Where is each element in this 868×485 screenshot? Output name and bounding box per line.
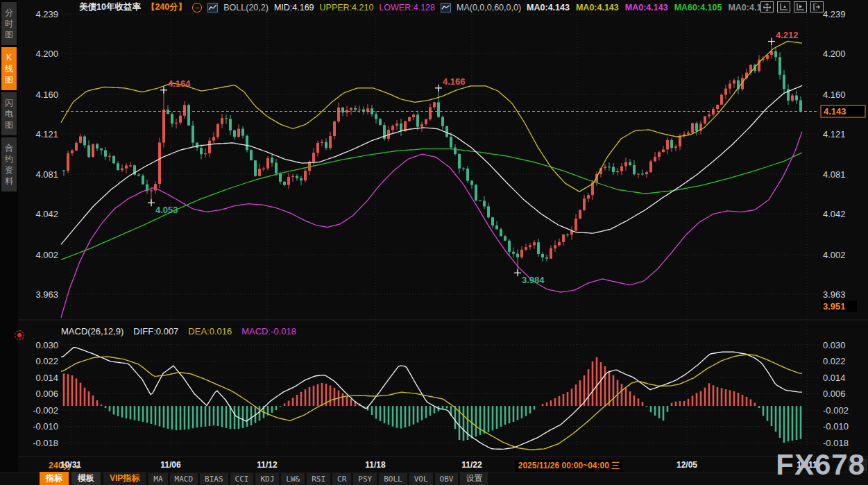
toolbar-tab-3[interactable]: VIP指标 xyxy=(103,472,146,485)
svg-text:4.121: 4.121 xyxy=(823,129,846,139)
svg-text:4.042: 4.042 xyxy=(823,209,846,219)
toolbar: 指标模板VIP指标 MAMACDBIASCCIKDJLW&RSICRPSYBOL… xyxy=(0,472,868,485)
x-tick: 11/06 xyxy=(160,460,180,470)
svg-text:4.042: 4.042 xyxy=(35,209,58,219)
svg-text:4.164: 4.164 xyxy=(168,78,191,89)
svg-text:4.166: 4.166 xyxy=(443,76,466,87)
axis-labels-layer: 4.2394.2394.2004.2004.1604.1604.1214.121… xyxy=(33,9,865,448)
indicator-btn-MACD[interactable]: MACD xyxy=(170,473,198,485)
zoom-out-icon[interactable]: − xyxy=(192,3,202,12)
svg-text:4.200: 4.200 xyxy=(823,49,846,59)
ma-value-1: MA0:4.143 xyxy=(527,3,570,12)
boll-upper-value: UPPER:4.210 xyxy=(320,3,374,12)
watermark: FX678 xyxy=(776,450,865,479)
indicator-btn-OBV[interactable]: OBV xyxy=(435,473,459,485)
svg-text:4.002: 4.002 xyxy=(35,250,58,260)
boll-label: BOLL(20,2) xyxy=(223,3,269,12)
toolbar-tab-1[interactable]: 指标 xyxy=(40,472,69,485)
boll-settings-icon[interactable] xyxy=(207,3,218,12)
sidebar-tab-3[interactable]: 闪电图 xyxy=(1,92,17,135)
macd-header: MACD(26,12,9) DIFF:0.007 DEA:0.016 MACD:… xyxy=(61,326,296,337)
live-indicator-icon[interactable] xyxy=(15,330,24,340)
svg-text:-0.002: -0.002 xyxy=(823,405,849,416)
svg-text:0.030: 0.030 xyxy=(823,340,846,350)
svg-text:0.030: 0.030 xyxy=(35,340,58,350)
svg-text:4.160: 4.160 xyxy=(35,90,58,100)
low-marker-label: 3.951 xyxy=(823,301,846,312)
chart-canvas[interactable]: 4.1644.1664.2124.0533.9844.2394.2394.200… xyxy=(0,0,868,458)
macd-dea-value: DEA:0.016 xyxy=(188,326,232,337)
svg-text:4.002: 4.002 xyxy=(823,250,846,260)
ma-settings-icon[interactable] xyxy=(441,3,451,12)
x-tick: 11/12 xyxy=(257,460,277,470)
svg-text:4.081: 4.081 xyxy=(35,169,58,180)
ma-value-3: MA0:4.143 xyxy=(625,3,668,12)
boll-mid-value: MID:4.169 xyxy=(274,3,314,12)
indicator-btn-RSI[interactable]: RSI xyxy=(307,473,330,485)
sidebar: 分时图K线图闪电图合约资料 xyxy=(0,0,18,485)
indicator-btn-LW[interactable]: LW& xyxy=(281,473,305,485)
macd-diff-value: DIFF:0.007 xyxy=(133,326,178,337)
svg-text:4.160: 4.160 xyxy=(823,90,846,100)
svg-text:4.212: 4.212 xyxy=(776,30,799,40)
ma-label: MA(0,0,0,60,0,0) xyxy=(457,3,521,12)
svg-text:-0.018: -0.018 xyxy=(33,438,58,448)
svg-text:4.239: 4.239 xyxy=(35,9,58,19)
svg-text:3.963: 3.963 xyxy=(35,289,58,300)
boll-lower-value: LOWER:4.128 xyxy=(379,3,435,12)
sidebar-tab-1[interactable]: 分时图 xyxy=(1,2,17,45)
sidebar-tab-4[interactable]: 合约资料 xyxy=(1,137,17,192)
pane-axis-play-icon[interactable] xyxy=(794,1,807,12)
svg-text:0.006: 0.006 xyxy=(823,389,846,399)
svg-text:4.239: 4.239 xyxy=(823,9,846,19)
svg-text:4.053: 4.053 xyxy=(155,205,178,215)
svg-text:-0.010: -0.010 xyxy=(823,421,849,432)
svg-text:0.006: 0.006 xyxy=(35,389,58,399)
indicator-btn-PSY[interactable]: PSY xyxy=(353,473,377,485)
x-tick: 11/22 xyxy=(461,460,482,470)
indicator-btn-KDJ[interactable]: KDJ xyxy=(255,473,279,485)
toolbar-indicators: MAMACDBIASCCIKDJLW&RSICRPSYBOLLVOLOBV xyxy=(148,473,460,485)
ma-value-2: MA0:4.143 xyxy=(576,3,619,12)
period-label[interactable]: 【240分】 xyxy=(146,1,187,13)
svg-text:0.014: 0.014 xyxy=(35,373,58,383)
current-bar-label: 2025/11/26 00:00~04:00 三 xyxy=(516,460,622,472)
sidebar-tab-2[interactable]: K线图 xyxy=(1,47,17,90)
candles-layer xyxy=(62,42,802,273)
svg-text:-0.002: -0.002 xyxy=(33,405,58,416)
svg-text:-0.018: -0.018 xyxy=(823,438,849,448)
settings-button[interactable]: 设置 xyxy=(460,472,488,485)
crosshair-icon[interactable] xyxy=(760,1,774,12)
indicator-btn-VOL[interactable]: VOL xyxy=(409,473,433,485)
x-tick: 11/18 xyxy=(365,460,385,470)
trading-app-window: 4.1644.1664.2124.0533.9844.2394.2394.200… xyxy=(0,0,868,485)
svg-text:4.143: 4.143 xyxy=(824,106,846,117)
svg-text:0.014: 0.014 xyxy=(823,373,846,383)
x-tick: 10/31 xyxy=(60,460,81,470)
x-tick: 12/05 xyxy=(676,460,697,470)
x-axis: 240分 ▲ 10/3111/0611/1211/1811/2212/0512/… xyxy=(0,458,868,473)
indicator-btn-CCI[interactable]: CCI xyxy=(230,473,254,485)
svg-text:4.081: 4.081 xyxy=(823,169,846,180)
ma-value-4: MA60:4.105 xyxy=(674,3,722,12)
chart-tool-icons xyxy=(760,1,824,12)
macd-layer xyxy=(61,348,802,450)
svg-text:0.022: 0.022 xyxy=(35,356,58,366)
price-markers-layer: 4.1644.1664.2124.0533.984 xyxy=(148,30,799,286)
indicator-btn-MA[interactable]: MA xyxy=(148,473,167,485)
svg-text:4.121: 4.121 xyxy=(35,129,58,139)
ma-values: MA0:4.143MA0:4.143MA0:4.143MA60:4.105MA0… xyxy=(527,3,791,12)
chart-header: 美债10年收益率 【240分】 − BOLL(20,2) MID:4.169 U… xyxy=(79,0,791,15)
svg-text:0.022: 0.022 xyxy=(823,356,846,366)
toolbar-tabs: 指标模板VIP指标 xyxy=(40,472,148,485)
svg-text:4.200: 4.200 xyxy=(35,49,58,59)
svg-text:3.963: 3.963 xyxy=(823,289,846,300)
indicator-btn-BOLL[interactable]: BOLL xyxy=(379,473,407,485)
indicator-btn-CR[interactable]: CR xyxy=(332,473,351,485)
collapse-pane-icon[interactable] xyxy=(810,1,824,12)
indicator-btn-BIAS[interactable]: BIAS xyxy=(200,473,228,485)
svg-text:-0.010: -0.010 xyxy=(33,421,58,432)
toolbar-tab-2[interactable]: 模板 xyxy=(71,472,101,485)
macd-name: MACD(26,12,9) xyxy=(61,326,124,337)
pane-axis-up-icon[interactable] xyxy=(777,1,790,12)
